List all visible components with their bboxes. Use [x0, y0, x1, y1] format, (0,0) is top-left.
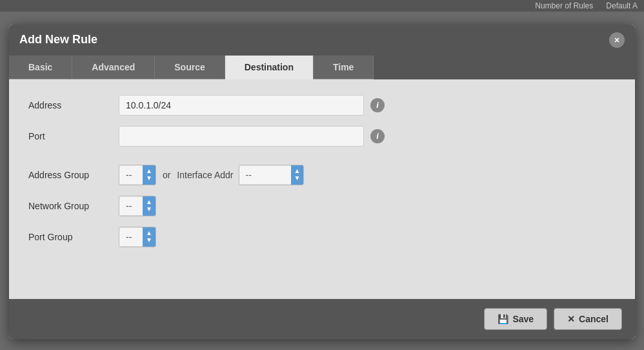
address-row: Address i: [28, 95, 616, 116]
down-arrow-icon: ▼: [146, 175, 152, 181]
dialog-body: Address i Port i Address Group -- ▲ ▼ or…: [9, 79, 635, 299]
close-icon: ×: [614, 35, 619, 45]
cancel-label: Cancel: [579, 314, 609, 324]
pg-up-arrow-icon: ▲: [146, 230, 152, 236]
default-action-label: Default A: [606, 1, 638, 10]
address-group-select[interactable]: -- ▲ ▼: [119, 165, 156, 185]
network-group-value: --: [119, 197, 143, 215]
port-info-icon[interactable]: i: [370, 129, 385, 143]
address-label: Address: [28, 100, 119, 110]
up-arrow-icon: ▲: [146, 168, 152, 174]
tab-time[interactable]: Time: [314, 56, 374, 79]
port-row: Port i: [28, 126, 616, 147]
or-text: or: [163, 170, 170, 180]
port-group-row: Port Group -- ▲ ▼: [28, 227, 616, 247]
tab-destination[interactable]: Destination: [225, 56, 314, 79]
tab-basic[interactable]: Basic: [9, 56, 72, 79]
address-input[interactable]: [119, 95, 364, 116]
dialog-title: Add New Rule: [19, 33, 97, 46]
address-info-icon[interactable]: i: [370, 98, 385, 112]
tab-bar: Basic Advanced Source Destination Time: [9, 56, 635, 79]
interface-addr-value: --: [239, 166, 291, 184]
network-group-select[interactable]: -- ▲ ▼: [119, 196, 156, 216]
tab-source[interactable]: Source: [155, 56, 225, 79]
iface-down-arrow-icon: ▼: [294, 175, 301, 181]
add-new-rule-dialog: Add New Rule × Basic Advanced Source Des…: [9, 25, 635, 339]
number-of-rules-label: Number of Rules: [535, 1, 593, 10]
address-group-value: --: [119, 166, 143, 184]
port-group-arrows[interactable]: ▲ ▼: [143, 227, 156, 247]
address-group-row: Address Group -- ▲ ▼ or Interface Addr -…: [28, 165, 616, 185]
network-group-row: Network Group -- ▲ ▼: [28, 196, 616, 216]
close-button[interactable]: ×: [609, 32, 625, 48]
port-label: Port: [28, 131, 119, 141]
interface-addr-label: Interface Addr: [177, 170, 233, 180]
network-group-label: Network Group: [28, 201, 119, 211]
port-group-label: Port Group: [28, 232, 119, 242]
dialog-header: Add New Rule ×: [9, 25, 635, 56]
interface-addr-select[interactable]: -- ▲ ▼: [239, 165, 305, 185]
cancel-button[interactable]: ✕ Cancel: [554, 308, 622, 330]
cancel-icon: ✕: [567, 314, 575, 324]
tab-advanced[interactable]: Advanced: [72, 56, 155, 79]
save-button[interactable]: 💾 Save: [484, 308, 547, 330]
ng-down-arrow-icon: ▼: [146, 206, 152, 212]
iface-up-arrow-icon: ▲: [294, 168, 301, 174]
port-input[interactable]: [119, 126, 364, 147]
port-group-value: --: [119, 228, 143, 246]
save-icon: 💾: [498, 314, 508, 324]
interface-addr-arrows[interactable]: ▲ ▼: [291, 165, 304, 185]
address-group-arrows[interactable]: ▲ ▼: [143, 165, 156, 185]
save-label: Save: [512, 314, 534, 324]
dialog-footer: 💾 Save ✕ Cancel: [9, 299, 635, 339]
ng-up-arrow-icon: ▲: [146, 199, 152, 205]
address-group-label: Address Group: [28, 170, 119, 180]
network-group-arrows[interactable]: ▲ ▼: [143, 196, 156, 216]
port-group-select[interactable]: -- ▲ ▼: [119, 227, 156, 247]
pg-down-arrow-icon: ▼: [146, 237, 152, 243]
